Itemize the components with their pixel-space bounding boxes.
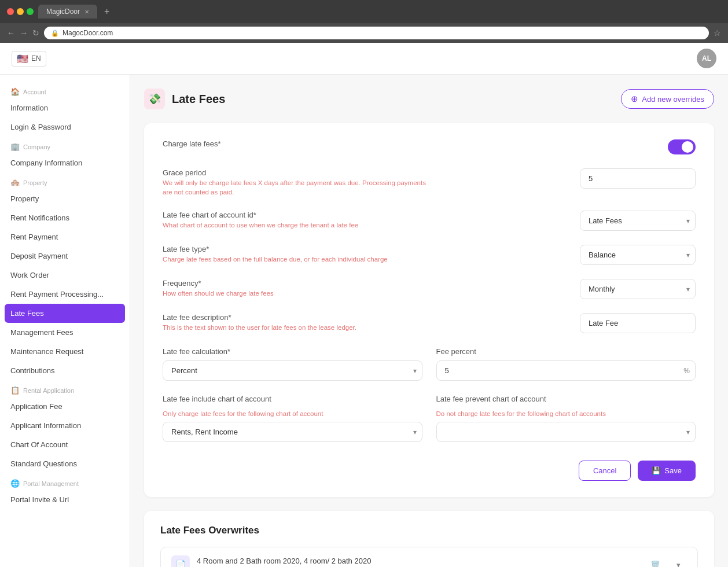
late-fee-chart-hint: What chart of account to use when we cha… bbox=[163, 220, 429, 230]
sidebar-item-rent-payment-processing[interactable]: Rent Payment Processing... bbox=[0, 285, 130, 304]
plus-circle-icon: ⊕ bbox=[631, 94, 638, 104]
prevent-chart-group: Late fee prevent chart of account Do not… bbox=[436, 395, 696, 442]
sidebar-item-property[interactable]: Property bbox=[0, 189, 130, 208]
sidebar: 🏠 Account Information Login & Password 🏢… bbox=[0, 75, 130, 567]
url-bar[interactable]: 🔒 MagocDoor.com bbox=[44, 27, 709, 39]
cancel-button[interactable]: Cancel bbox=[579, 461, 631, 481]
sidebar-item-chart-of-account[interactable]: Chart Of Account bbox=[0, 435, 130, 454]
override-item-info: 4 Room and 2 Bath room 2020, 4 room/ 2 b… bbox=[197, 557, 371, 567]
tab-title: MagicDoor bbox=[46, 8, 80, 16]
user-avatar[interactable]: AL bbox=[697, 49, 716, 68]
late-fee-description-input[interactable] bbox=[580, 313, 696, 333]
overrides-section: Late Fees Overwrites 📄 4 Room and 2 Bath… bbox=[144, 511, 714, 567]
flag-icon: 🇺🇸 bbox=[17, 53, 28, 64]
override-file-icon: 📄 bbox=[171, 555, 190, 567]
include-chart-select-wrapper: Rents, Rent Income All None bbox=[163, 422, 422, 442]
prevent-chart-label: Late fee prevent chart of account bbox=[436, 395, 696, 403]
expand-override-button[interactable]: ▾ bbox=[670, 556, 687, 567]
browser-chrome: MagicDoor ✕ + bbox=[0, 0, 728, 23]
override-item-name: 4 Room and 2 Bath room 2020, 4 room/ 2 b… bbox=[197, 557, 371, 565]
maximize-dot[interactable] bbox=[27, 8, 34, 15]
late-fee-chart-label: Late fee chart of account id* bbox=[163, 211, 566, 219]
sidebar-item-portal-invite-url[interactable]: Portal Invite & Url bbox=[0, 490, 130, 509]
sidebar-item-rent-notifications[interactable]: Rent Notifications bbox=[0, 208, 130, 227]
prevent-chart-select-wrapper: None bbox=[436, 422, 696, 442]
minimize-dot[interactable] bbox=[17, 8, 24, 15]
app-body: 🏠 Account Information Login & Password 🏢… bbox=[0, 75, 728, 567]
override-item-right: 🗑️ ▾ bbox=[646, 556, 687, 567]
percent-suffix-icon: % bbox=[683, 367, 690, 375]
late-fee-calculation-select-wrapper: Percent Fixed bbox=[163, 360, 422, 381]
late-fee-description-input-area bbox=[580, 313, 696, 333]
prevent-chart-hint: Do not charge late fees for the followin… bbox=[436, 409, 696, 418]
reload-button[interactable]: ↻ bbox=[32, 28, 39, 38]
late-fee-type-select-wrapper: Balance Per Charge bbox=[580, 245, 696, 265]
sidebar-item-application-fee[interactable]: Application Fee bbox=[0, 397, 130, 416]
toggle-slider bbox=[668, 139, 696, 154]
page-header: 💸 Late Fees ⊕ Add new overrides bbox=[144, 89, 714, 109]
frequency-label: Frequency* bbox=[163, 279, 566, 288]
main-content: 💸 Late Fees ⊕ Add new overrides Charge l… bbox=[130, 75, 728, 567]
sidebar-item-company-information[interactable]: Company Information bbox=[0, 153, 130, 172]
new-tab-button[interactable]: + bbox=[104, 6, 109, 17]
charge-late-fees-toggle-area bbox=[580, 139, 696, 154]
property-section-label: Property bbox=[23, 179, 47, 186]
override-item-left: 📄 4 Room and 2 Bath room 2020, 4 room/ 2… bbox=[171, 555, 371, 567]
fee-percent-input[interactable] bbox=[436, 360, 696, 381]
overrides-title: Late Fees Overwrites bbox=[160, 525, 698, 536]
sidebar-item-standard-questions[interactable]: Standard Questions bbox=[0, 454, 130, 473]
grace-period-input-area bbox=[580, 168, 696, 189]
charge-late-fees-toggle[interactable] bbox=[668, 139, 696, 154]
user-initials: AL bbox=[702, 54, 711, 62]
late-fee-type-row: Late fee type* Charge late fees based on… bbox=[163, 245, 696, 265]
grace-period-label-group: Grace period We will only be charge late… bbox=[163, 168, 580, 197]
grace-period-input[interactable] bbox=[580, 168, 696, 189]
bookmark-icon[interactable]: ☆ bbox=[714, 28, 721, 38]
late-fee-description-label-group: Late fee description* This is the text s… bbox=[163, 313, 580, 332]
late-fee-description-label: Late fee description* bbox=[163, 313, 566, 322]
include-chart-select[interactable]: Rents, Rent Income All None bbox=[163, 422, 422, 442]
sidebar-item-information[interactable]: Information bbox=[0, 98, 130, 117]
close-dot[interactable] bbox=[7, 8, 14, 15]
frequency-hint: How often should we charge late fees bbox=[163, 289, 429, 298]
save-label: Save bbox=[664, 466, 682, 475]
late-fee-type-select[interactable]: Balance Per Charge bbox=[580, 245, 696, 265]
sidebar-item-deposit-payment[interactable]: Deposit Payment bbox=[0, 246, 130, 266]
calculation-percent-row: Late fee calculation* Percent Fixed Fee … bbox=[163, 347, 696, 381]
page-title-area: 💸 Late Fees bbox=[144, 89, 225, 109]
account-section-label: Account bbox=[23, 89, 46, 95]
sidebar-item-late-fees[interactable]: Late Fees bbox=[5, 304, 125, 323]
company-section-label: Company bbox=[23, 143, 50, 150]
late-fee-description-row: Late fee description* This is the text s… bbox=[163, 313, 696, 333]
forward-button[interactable]: → bbox=[20, 28, 28, 38]
sidebar-item-login-password[interactable]: Login & Password bbox=[0, 117, 130, 137]
late-fee-type-select-area: Balance Per Charge bbox=[580, 245, 696, 265]
late-fee-chart-row: Late fee chart of account id* What chart… bbox=[163, 211, 696, 231]
sidebar-item-rent-payment[interactable]: Rent Payment bbox=[0, 227, 130, 246]
close-icon[interactable]: ✕ bbox=[84, 9, 89, 15]
back-button[interactable]: ← bbox=[7, 28, 15, 38]
sidebar-item-maintenance-request[interactable]: Maintenance Request bbox=[0, 342, 130, 361]
frequency-select[interactable]: Monthly Weekly Daily bbox=[580, 279, 696, 299]
sidebar-item-applicant-information[interactable]: Applicant Information bbox=[0, 416, 130, 435]
browser-tab[interactable]: MagicDoor ✕ bbox=[38, 5, 97, 19]
late-fee-calculation-select[interactable]: Percent Fixed bbox=[163, 360, 422, 381]
save-button[interactable]: 💾 Save bbox=[638, 461, 696, 481]
late-fee-chart-label-group: Late fee chart of account id* What chart… bbox=[163, 211, 580, 230]
sidebar-item-management-fees[interactable]: Management Fees bbox=[0, 323, 130, 342]
portal-section-label: Portal Management bbox=[23, 480, 79, 487]
add-override-label: Add new overrides bbox=[642, 95, 704, 104]
add-override-button[interactable]: ⊕ Add new overrides bbox=[621, 89, 714, 109]
prevent-chart-select[interactable]: None bbox=[436, 422, 696, 442]
late-fee-calculation-group: Late fee calculation* Percent Fixed bbox=[163, 347, 422, 381]
company-section-icon: 🏢 bbox=[10, 142, 20, 151]
sidebar-item-contributions[interactable]: Contributions bbox=[0, 361, 130, 380]
late-fee-chart-select[interactable]: Late Fees Rents Income bbox=[580, 211, 696, 231]
charge-late-fees-label: Charge late fees* bbox=[163, 139, 566, 148]
include-chart-label: Late fee include chart of account bbox=[163, 395, 422, 403]
grace-period-hint: We will only be charge late fees X days … bbox=[163, 178, 429, 197]
sidebar-item-work-order[interactable]: Work Order bbox=[0, 266, 130, 285]
delete-override-button[interactable]: 🗑️ bbox=[646, 556, 664, 567]
language-selector[interactable]: 🇺🇸 EN bbox=[12, 51, 46, 67]
frequency-select-wrapper: Monthly Weekly Daily bbox=[580, 279, 696, 299]
